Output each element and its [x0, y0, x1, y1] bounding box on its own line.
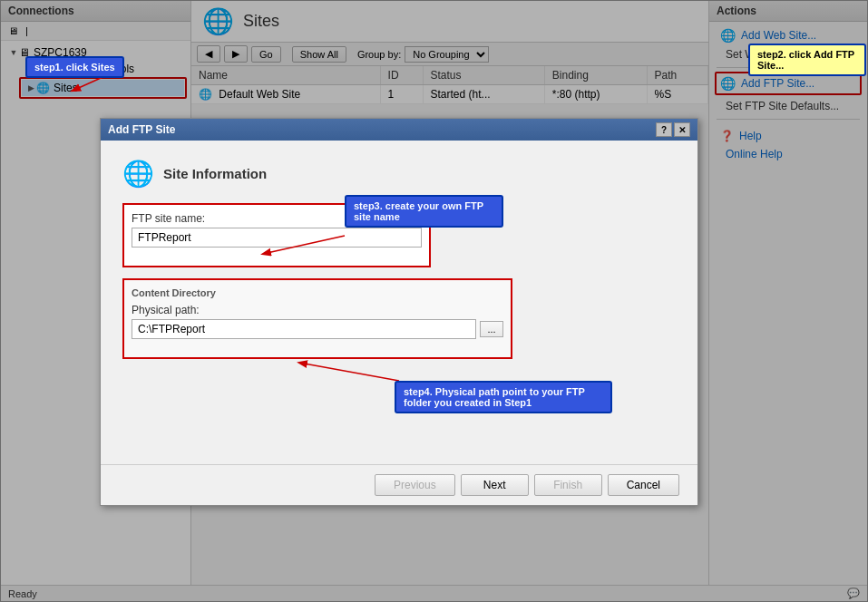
physical-path-label: Physical path: [132, 304, 503, 316]
previous-button[interactable]: Previous [375, 474, 455, 496]
browse-button[interactable]: ... [480, 321, 503, 337]
dialog-content: 🌐 Site Information FTP site name: Conten… [101, 141, 697, 464]
cancel-button[interactable]: Cancel [608, 474, 679, 496]
next-button[interactable]: Next [461, 474, 529, 496]
dialog-section-title: 🌐 Site Information [122, 159, 676, 189]
modal-overlay: Add FTP Site ? ✕ 🌐 Site Information FTP … [0, 0, 868, 602]
add-ftp-dialog: Add FTP Site ? ✕ 🌐 Site Information FTP … [100, 118, 698, 506]
dialog-help-btn[interactable]: ? [656, 122, 672, 137]
step1-annotation: step1. click Sites [25, 56, 124, 78]
content-directory-red-box: Content Directory Physical path: ... [122, 278, 512, 359]
dialog-title: Add FTP Site [108, 123, 175, 136]
dialog-titlebar-buttons: ? ✕ [656, 122, 690, 137]
dialog-titlebar: Add FTP Site ? ✕ [101, 119, 697, 141]
step2-annotation: step2. click Add FTP Site... [748, 44, 866, 76]
path-row: ... [132, 319, 503, 339]
physical-path-input[interactable] [132, 319, 476, 339]
physical-path-group: Physical path: ... [132, 304, 503, 339]
finish-button[interactable]: Finish [534, 474, 602, 496]
dialog-close-btn[interactable]: ✕ [674, 122, 690, 137]
step3-annotation: step3. create your own FTP site name [345, 195, 503, 228]
dialog-globe-icon: 🌐 [122, 159, 154, 189]
content-directory-wrapper: Content Directory Physical path: ... [122, 278, 676, 359]
content-directory-label: Content Directory [132, 287, 503, 298]
dialog-footer: Previous Next Finish Cancel [101, 464, 697, 505]
ftp-site-name-input[interactable] [132, 228, 422, 248]
step4-annotation: step4. Physical path point to your FTP f… [395, 381, 612, 413]
